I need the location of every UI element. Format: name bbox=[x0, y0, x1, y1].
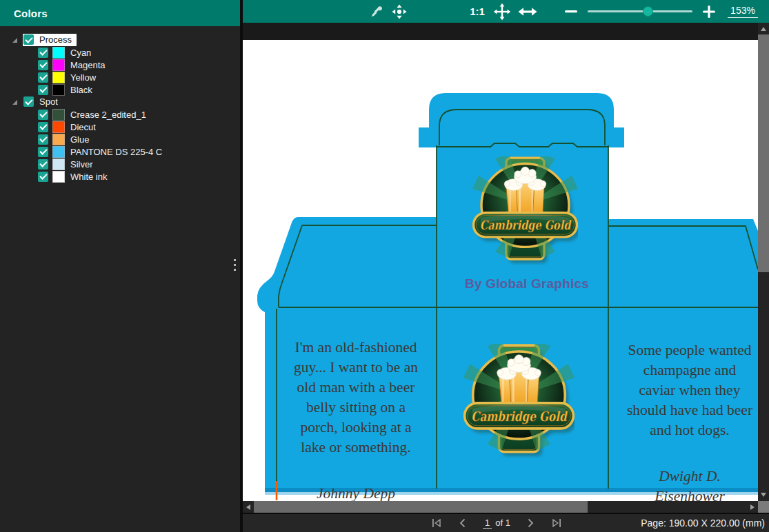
glue-label: Glue bbox=[70, 134, 89, 145]
glue-swatch bbox=[52, 134, 65, 145]
tree-item-pantone[interactable]: PANTONE DS 225-4 C bbox=[0, 145, 240, 158]
colors-panel-title: Colors bbox=[14, 8, 48, 19]
pantone-label: PANTONE DS 225-4 C bbox=[70, 147, 162, 157]
colors-panel: Colors Process Cyan Magenta bbox=[0, 0, 240, 532]
precise-pan-icon bbox=[391, 3, 408, 20]
tree-item-yellow[interactable]: Yellow bbox=[0, 71, 240, 83]
horizontal-scrollbar[interactable] bbox=[243, 501, 758, 513]
zoom-out-button[interactable] bbox=[561, 0, 581, 23]
tree-item-magenta[interactable]: Magenta bbox=[0, 59, 240, 71]
zoom-slider[interactable] bbox=[588, 0, 692, 23]
page-count-label: of 1 bbox=[495, 518, 510, 528]
tree-item-silver[interactable]: Silver bbox=[0, 158, 240, 170]
horizontal-scrollbar-thumb[interactable] bbox=[254, 501, 588, 513]
silver-checkbox[interactable] bbox=[38, 159, 48, 170]
actual-size-button[interactable]: 1:1 bbox=[466, 0, 489, 23]
pan-move-icon bbox=[493, 3, 511, 21]
tree-group-spot[interactable]: Spot bbox=[0, 96, 240, 108]
document-canvas: Cambridge Gold By Global Graphics bbox=[243, 23, 769, 513]
zoom-slider-thumb[interactable] bbox=[643, 6, 653, 17]
first-page-icon bbox=[432, 518, 441, 528]
scroll-up-button[interactable] bbox=[758, 23, 769, 34]
vertical-scrollbar[interactable] bbox=[758, 23, 769, 501]
white-ink-checkbox[interactable] bbox=[38, 172, 48, 182]
cambridge-gold-logo-bottom: Cambridge Gold bbox=[463, 344, 575, 458]
tree-item-white-ink[interactable]: White ink bbox=[0, 170, 240, 183]
minus-icon bbox=[565, 10, 577, 13]
yellow-swatch bbox=[52, 72, 65, 83]
diecut-label: Diecut bbox=[70, 122, 96, 132]
diecut-checkbox[interactable] bbox=[38, 122, 48, 132]
eyedropper-icon bbox=[370, 5, 383, 19]
tree-item-glue[interactable]: Glue bbox=[0, 133, 240, 145]
status-bar: 1 of 1 Page: 190.00 X 220.00 (mm) bbox=[243, 513, 769, 532]
up-arrow-icon bbox=[761, 27, 766, 31]
glue-checkbox[interactable] bbox=[38, 134, 48, 145]
first-page-button[interactable] bbox=[430, 517, 443, 529]
vertical-scrollbar-thumb[interactable] bbox=[758, 34, 769, 272]
black-swatch bbox=[52, 84, 65, 96]
eyedropper-button[interactable] bbox=[368, 0, 386, 23]
silver-swatch bbox=[52, 158, 65, 170]
zoom-in-button[interactable] bbox=[699, 0, 719, 23]
cyan-swatch bbox=[52, 47, 65, 59]
process-selection[interactable]: Process bbox=[23, 34, 77, 46]
expander-icon[interactable] bbox=[12, 100, 17, 105]
spot-checkbox[interactable] bbox=[23, 96, 34, 107]
precise-pan-button[interactable] bbox=[389, 0, 410, 23]
cyan-checkbox[interactable] bbox=[38, 48, 48, 58]
byline-text: By Global Graphics bbox=[465, 276, 579, 291]
yellow-checkbox[interactable] bbox=[38, 72, 48, 83]
plus-icon bbox=[703, 6, 715, 18]
quote-right-attribution: Dwight D. Eisenhower bbox=[612, 467, 758, 502]
quote-left: I'm an old-fashioned guy... I want to be… bbox=[279, 318, 433, 502]
pantone-checkbox[interactable] bbox=[38, 147, 48, 157]
fit-width-button[interactable] bbox=[516, 0, 539, 23]
black-label: Black bbox=[70, 85, 92, 95]
crease-swatch bbox=[52, 109, 65, 121]
crease-checkbox[interactable] bbox=[38, 110, 48, 120]
process-checkbox[interactable] bbox=[23, 34, 34, 45]
cambridge-gold-logo-top: Cambridge Gold bbox=[472, 156, 578, 265]
quote-left-text: I'm an old-fashioned guy... I want to be… bbox=[279, 338, 433, 458]
white-ink-swatch bbox=[52, 171, 65, 183]
cyan-label: Cyan bbox=[70, 48, 91, 58]
logo-text: Cambridge Gold bbox=[480, 218, 572, 233]
scroll-left-button[interactable] bbox=[243, 501, 254, 513]
zoom-slider-track[interactable] bbox=[588, 10, 692, 12]
magenta-checkbox[interactable] bbox=[38, 60, 48, 70]
page-number-input[interactable]: 1 bbox=[483, 518, 492, 529]
last-page-button[interactable] bbox=[550, 517, 563, 529]
tree-group-process[interactable]: Process bbox=[0, 34, 240, 46]
quote-left-attribution: Johnny Depp bbox=[279, 484, 433, 502]
scroll-down-button[interactable] bbox=[758, 489, 769, 500]
next-page-icon bbox=[526, 518, 535, 528]
tree-item-cyan[interactable]: Cyan bbox=[0, 46, 240, 59]
tree-item-black[interactable]: Black bbox=[0, 83, 240, 96]
scroll-right-button[interactable] bbox=[747, 501, 758, 513]
viewer-toolbar: 1:1 bbox=[243, 0, 769, 23]
tree-item-diecut[interactable]: Diecut bbox=[0, 121, 240, 133]
spot-selection[interactable]: Spot bbox=[23, 96, 63, 108]
separations-tree: Process Cyan Magenta Yellow Bl bbox=[0, 26, 240, 183]
magenta-swatch bbox=[52, 59, 65, 71]
right-arrow-icon bbox=[750, 504, 755, 510]
tree-item-crease[interactable]: Crease 2_edited_1 bbox=[0, 108, 240, 121]
yellow-label: Yellow bbox=[70, 72, 96, 83]
zoom-percent-value[interactable]: 153% bbox=[728, 5, 758, 18]
expander-icon[interactable] bbox=[12, 38, 17, 43]
document-page[interactable]: Cambridge Gold By Global Graphics bbox=[243, 40, 758, 502]
silver-label: Silver bbox=[70, 159, 93, 170]
main-area: 1:1 bbox=[243, 0, 769, 532]
quote-right-text: Some people wanted champagne and caviar … bbox=[612, 340, 758, 440]
panel-splitter-handle[interactable] bbox=[234, 259, 237, 274]
actual-size-label: 1:1 bbox=[470, 6, 485, 17]
pan-move-button[interactable] bbox=[491, 0, 513, 23]
fit-width-icon bbox=[518, 6, 537, 17]
previous-page-button[interactable] bbox=[457, 517, 469, 529]
diecut-swatch bbox=[52, 121, 65, 133]
black-checkbox[interactable] bbox=[38, 85, 48, 95]
scrollbar-corner bbox=[758, 501, 769, 513]
zoom-percent-field[interactable]: 153% bbox=[723, 0, 763, 23]
next-page-button[interactable] bbox=[524, 517, 537, 529]
